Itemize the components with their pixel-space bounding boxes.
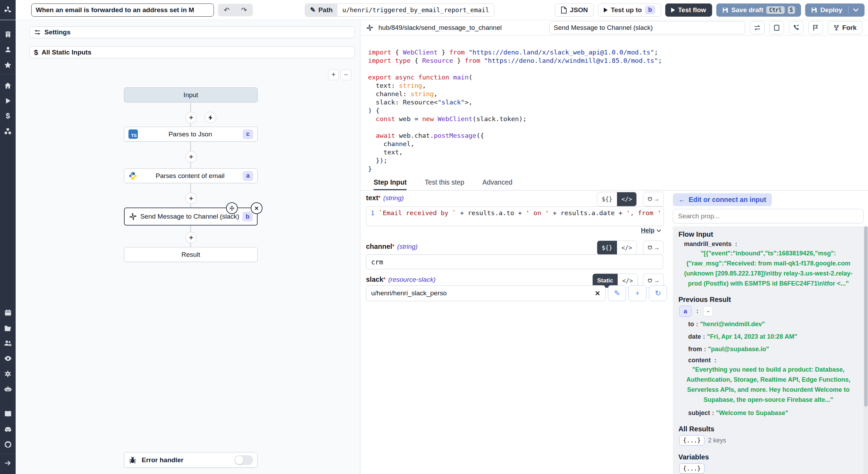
- text-expression-editor[interactable]: 1 `Email received by ` + results.a.to + …: [366, 206, 664, 226]
- step-name-input[interactable]: [549, 21, 745, 34]
- add-step-button[interactable]: +: [185, 151, 197, 162]
- fork-button[interactable]: Fork: [828, 21, 862, 34]
- scrollbar-thumb[interactable]: [864, 226, 868, 407]
- sidebar-item-discord[interactable]: [0, 422, 16, 437]
- sidebar-item-home[interactable]: [0, 78, 16, 93]
- prop-key[interactable]: mandrill_events: [684, 240, 732, 247]
- edit-or-connect-button[interactable]: ← Edit or connect an input: [673, 193, 772, 206]
- text-mode-toggle: ${} </>: [597, 192, 637, 206]
- trigger-bolt-button[interactable]: [205, 112, 216, 123]
- test-flow-button[interactable]: Test flow: [665, 3, 712, 17]
- error-handler-node[interactable]: Error handler: [124, 452, 258, 468]
- json-button[interactable]: JSON: [555, 3, 594, 17]
- path-control[interactable]: ✎ Path u/henri/triggered_by_email_report…: [305, 3, 494, 17]
- prop-key[interactable]: from: [688, 346, 702, 353]
- content-value[interactable]: "Everything you need to build a product:…: [678, 364, 858, 406]
- prop-value[interactable]: "paul@supabase.io": [708, 344, 769, 354]
- prop-key[interactable]: date: [688, 333, 701, 340]
- prop-value[interactable]: "henri@windmill.dev": [700, 319, 765, 329]
- sidebar-item-settings[interactable]: [0, 366, 16, 381]
- variables-title: Variables: [678, 453, 858, 461]
- all-results-expand-chip[interactable]: {...}: [679, 435, 704, 446]
- tab-advanced[interactable]: Advanced: [482, 175, 512, 190]
- delete-step-button[interactable]: ✕: [251, 202, 262, 214]
- sidebar-item-resources[interactable]: [0, 124, 16, 139]
- sidebar-item-docs[interactable]: [0, 406, 16, 422]
- channel-value-input[interactable]: [366, 254, 663, 269]
- zoom-out-button[interactable]: −: [341, 69, 351, 80]
- refresh-resource-button[interactable]: ↻: [649, 285, 667, 301]
- undo-button[interactable]: ↶: [218, 4, 235, 16]
- sidebar-item-audit[interactable]: [0, 351, 16, 366]
- sidebar-item-workspace[interactable]: [0, 27, 16, 42]
- add-step-button[interactable]: +: [185, 232, 197, 243]
- prop-key[interactable]: content: [688, 357, 711, 364]
- flow-node-result[interactable]: Result: [124, 247, 258, 262]
- help-link[interactable]: Help: [641, 227, 661, 234]
- edit-resource-button[interactable]: ✎: [608, 285, 626, 301]
- field-type: (resource-slack): [388, 276, 435, 283]
- chevron-down-icon: [657, 229, 661, 232]
- slack-resource-picker[interactable]: u/henri/henri_slack_perso ✕: [366, 285, 606, 301]
- swap-script-button[interactable]: [750, 21, 765, 34]
- step-a-badge[interactable]: a: [679, 306, 692, 317]
- prop-picker-scrollbar[interactable]: [863, 226, 868, 474]
- calendar-icon: [4, 309, 12, 316]
- sidebar-item-github[interactable]: [0, 437, 16, 452]
- prop-value[interactable]: "Welcome to Supabase": [716, 408, 788, 418]
- code-editor[interactable]: import { WebClient } from "https://deno.…: [360, 36, 868, 175]
- flow-title-input[interactable]: [31, 3, 214, 17]
- prop-key[interactable]: subject: [688, 409, 710, 417]
- template-mode-segment[interactable]: ${}: [597, 192, 617, 206]
- redo-button[interactable]: ↷: [235, 4, 253, 16]
- tab-step-input[interactable]: Step Input: [374, 175, 407, 190]
- save-draft-button[interactable]: Save draft Ctrl S: [716, 3, 801, 17]
- top-bar: ↶ ↷ ✎ Path u/henri/triggered_by_email_re…: [0, 0, 868, 20]
- code-mode-segment[interactable]: </>: [617, 192, 637, 206]
- sidebar-item-runs[interactable]: [0, 93, 16, 108]
- add-resource-button[interactable]: +: [628, 285, 646, 301]
- webhook-button[interactable]: [789, 21, 803, 34]
- add-step-button[interactable]: +: [185, 112, 197, 123]
- expand-editor-button[interactable]: [769, 21, 784, 34]
- flow-node-parses-to-json[interactable]: TS Parses to Json c: [124, 127, 258, 142]
- flow-node-parses-content[interactable]: Parses content of email a: [124, 168, 258, 183]
- save-icon: [722, 7, 728, 13]
- sidebar-item-schedules[interactable]: [0, 305, 16, 320]
- path-button[interactable]: ✎ Path: [305, 4, 337, 16]
- path-value[interactable]: u/henri/triggered_by_email_report_email: [337, 4, 494, 16]
- sidebar-item-variables[interactable]: $: [0, 108, 16, 124]
- windmill-logo[interactable]: [0, 0, 16, 20]
- prop-value[interactable]: "Fri, Apr 14, 2023 at 10:28 AM": [707, 332, 797, 342]
- test-up-to-button[interactable]: Test up to b: [598, 3, 661, 17]
- channel-connect-button[interactable]: →: [643, 240, 664, 255]
- clear-resource-button[interactable]: ✕: [595, 289, 600, 297]
- flow-node-send-message-slack[interactable]: ✕ Send Message to Channel (slack) b: [124, 208, 258, 226]
- sidebar-item-ai[interactable]: [0, 381, 16, 397]
- flow-node-input[interactable]: Input: [124, 87, 258, 102]
- search-prop-input[interactable]: [673, 209, 864, 223]
- add-step-button[interactable]: +: [185, 193, 197, 204]
- prop-key[interactable]: to: [688, 321, 694, 328]
- sidebar-item-user[interactable]: [0, 42, 16, 57]
- move-step-handle[interactable]: [226, 202, 238, 214]
- sidebar-item-favorites[interactable]: [0, 57, 16, 73]
- all-static-inputs-button[interactable]: $ All Static Inputs: [30, 46, 355, 58]
- code-mode-segment[interactable]: </>: [617, 241, 637, 255]
- flow-settings-button[interactable]: Settings: [30, 26, 355, 38]
- error-handler-toggle[interactable]: [234, 455, 253, 465]
- deploy-button[interactable]: Deploy: [805, 3, 865, 17]
- collapse-button[interactable]: -: [703, 306, 713, 316]
- zoom-in-button[interactable]: +: [328, 69, 339, 80]
- template-mode-segment[interactable]: ${}: [597, 241, 617, 255]
- sidebar-item-groups[interactable]: [0, 336, 16, 351]
- text-connect-button[interactable]: →: [643, 192, 664, 206]
- hub-script-path[interactable]: hub/849/slack/send_message_to_channel: [378, 24, 502, 32]
- chevron-down-icon[interactable]: [853, 8, 859, 12]
- sidebar-collapse-toggle[interactable]: [0, 455, 16, 471]
- variables-expand-chip[interactable]: {...}: [679, 463, 704, 474]
- tab-test-this-step[interactable]: Test this step: [425, 175, 464, 190]
- sidebar-item-folders[interactable]: [0, 320, 16, 336]
- flag-button[interactable]: [808, 21, 823, 34]
- mandrill-events-value[interactable]: "[{"event":"inbound","ts":1683819426,"ms…: [678, 248, 858, 289]
